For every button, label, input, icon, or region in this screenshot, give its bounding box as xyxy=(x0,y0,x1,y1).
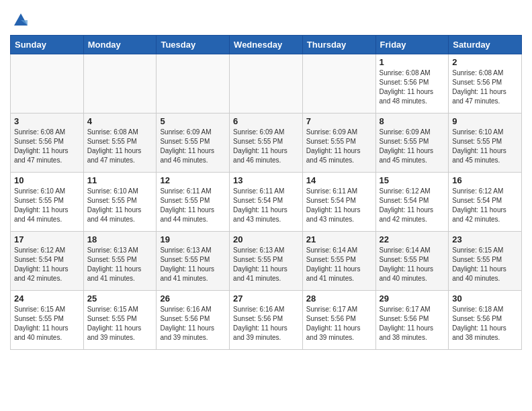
day-number: 12 xyxy=(160,175,226,185)
calendar-cell: 19Sunrise: 6:13 AM Sunset: 5:55 PM Dayli… xyxy=(157,232,230,291)
day-info: Sunrise: 6:10 AM Sunset: 5:55 PM Dayligh… xyxy=(14,187,80,224)
day-number: 23 xyxy=(452,234,518,244)
weekday-saturday: Saturday xyxy=(449,36,522,54)
weekday-thursday: Thursday xyxy=(302,36,375,54)
day-number: 18 xyxy=(87,234,153,244)
day-number: 13 xyxy=(233,175,299,185)
day-info: Sunrise: 6:13 AM Sunset: 5:55 PM Dayligh… xyxy=(160,246,226,283)
weekday-wednesday: Wednesday xyxy=(230,36,303,54)
calendar-cell: 3Sunrise: 6:08 AM Sunset: 5:56 PM Daylig… xyxy=(11,113,84,173)
day-info: Sunrise: 6:14 AM Sunset: 5:55 PM Dayligh… xyxy=(380,246,445,283)
day-number: 5 xyxy=(160,116,226,126)
calendar-cell xyxy=(230,54,303,113)
day-number: 22 xyxy=(380,234,445,244)
day-info: Sunrise: 6:11 AM Sunset: 5:55 PM Dayligh… xyxy=(160,187,226,224)
day-number: 10 xyxy=(14,175,80,185)
day-info: Sunrise: 6:17 AM Sunset: 5:56 PM Dayligh… xyxy=(306,305,372,342)
day-number: 14 xyxy=(306,175,372,185)
calendar-cell xyxy=(11,54,84,113)
calendar-cell: 14Sunrise: 6:11 AM Sunset: 5:54 PM Dayli… xyxy=(302,173,375,232)
calendar-cell xyxy=(302,54,375,113)
calendar-cell xyxy=(157,54,230,113)
weekday-monday: Monday xyxy=(83,36,157,54)
calendar-cell: 15Sunrise: 6:12 AM Sunset: 5:54 PM Dayli… xyxy=(375,173,449,232)
day-number: 3 xyxy=(14,116,80,126)
day-info: Sunrise: 6:13 AM Sunset: 5:55 PM Dayligh… xyxy=(87,246,153,283)
day-info: Sunrise: 6:12 AM Sunset: 5:54 PM Dayligh… xyxy=(452,187,518,224)
calendar-cell: 1Sunrise: 6:08 AM Sunset: 5:56 PM Daylig… xyxy=(375,54,449,113)
calendar-cell: 11Sunrise: 6:10 AM Sunset: 5:55 PM Dayli… xyxy=(83,173,157,232)
day-info: Sunrise: 6:12 AM Sunset: 5:54 PM Dayligh… xyxy=(14,246,80,283)
header xyxy=(10,7,522,30)
day-number: 15 xyxy=(380,175,445,185)
calendar-cell: 21Sunrise: 6:14 AM Sunset: 5:55 PM Dayli… xyxy=(302,232,375,291)
day-info: Sunrise: 6:17 AM Sunset: 5:56 PM Dayligh… xyxy=(380,305,445,342)
week-row-3: 17Sunrise: 6:12 AM Sunset: 5:54 PM Dayli… xyxy=(11,232,522,291)
day-number: 29 xyxy=(380,293,445,304)
day-info: Sunrise: 6:12 AM Sunset: 5:54 PM Dayligh… xyxy=(380,187,445,224)
calendar-cell xyxy=(83,54,157,113)
day-number: 24 xyxy=(14,293,80,304)
logo xyxy=(10,11,30,30)
day-number: 4 xyxy=(87,116,153,126)
day-number: 21 xyxy=(306,234,372,244)
week-row-2: 10Sunrise: 6:10 AM Sunset: 5:55 PM Dayli… xyxy=(11,173,522,232)
day-number: 16 xyxy=(452,175,518,185)
day-info: Sunrise: 6:15 AM Sunset: 5:55 PM Dayligh… xyxy=(14,305,80,342)
day-info: Sunrise: 6:11 AM Sunset: 5:54 PM Dayligh… xyxy=(233,187,299,224)
day-number: 17 xyxy=(14,234,80,244)
calendar-cell: 4Sunrise: 6:08 AM Sunset: 5:55 PM Daylig… xyxy=(83,113,157,173)
day-info: Sunrise: 6:15 AM Sunset: 5:55 PM Dayligh… xyxy=(452,246,518,283)
day-info: Sunrise: 6:09 AM Sunset: 5:55 PM Dayligh… xyxy=(233,128,299,165)
calendar-cell: 5Sunrise: 6:09 AM Sunset: 5:55 PM Daylig… xyxy=(157,113,230,173)
calendar-cell: 13Sunrise: 6:11 AM Sunset: 5:54 PM Dayli… xyxy=(230,173,303,232)
calendar-cell: 23Sunrise: 6:15 AM Sunset: 5:55 PM Dayli… xyxy=(449,232,522,291)
calendar-cell: 24Sunrise: 6:15 AM Sunset: 5:55 PM Dayli… xyxy=(11,291,84,350)
day-number: 28 xyxy=(306,293,372,304)
calendar-cell: 20Sunrise: 6:13 AM Sunset: 5:55 PM Dayli… xyxy=(230,232,303,291)
week-row-1: 3Sunrise: 6:08 AM Sunset: 5:56 PM Daylig… xyxy=(11,113,522,173)
calendar-cell: 10Sunrise: 6:10 AM Sunset: 5:55 PM Dayli… xyxy=(11,173,84,232)
day-info: Sunrise: 6:18 AM Sunset: 5:56 PM Dayligh… xyxy=(452,305,518,342)
calendar-cell: 8Sunrise: 6:09 AM Sunset: 5:55 PM Daylig… xyxy=(375,113,449,173)
day-number: 2 xyxy=(452,57,518,67)
weekday-sunday: Sunday xyxy=(11,36,84,54)
week-row-0: 1Sunrise: 6:08 AM Sunset: 5:56 PM Daylig… xyxy=(11,54,522,113)
day-info: Sunrise: 6:08 AM Sunset: 5:56 PM Dayligh… xyxy=(452,68,518,106)
calendar-cell: 12Sunrise: 6:11 AM Sunset: 5:55 PM Dayli… xyxy=(157,173,230,232)
calendar-cell: 7Sunrise: 6:09 AM Sunset: 5:55 PM Daylig… xyxy=(302,113,375,173)
calendar-cell: 16Sunrise: 6:12 AM Sunset: 5:54 PM Dayli… xyxy=(449,173,522,232)
day-number: 6 xyxy=(233,116,299,126)
day-info: Sunrise: 6:08 AM Sunset: 5:56 PM Dayligh… xyxy=(380,68,445,106)
day-info: Sunrise: 6:14 AM Sunset: 5:55 PM Dayligh… xyxy=(306,246,372,283)
calendar-cell: 17Sunrise: 6:12 AM Sunset: 5:54 PM Dayli… xyxy=(11,232,84,291)
day-info: Sunrise: 6:11 AM Sunset: 5:54 PM Dayligh… xyxy=(306,187,372,224)
calendar-cell: 30Sunrise: 6:18 AM Sunset: 5:56 PM Dayli… xyxy=(449,291,522,350)
day-info: Sunrise: 6:10 AM Sunset: 5:55 PM Dayligh… xyxy=(452,128,518,165)
day-number: 25 xyxy=(87,293,153,304)
day-info: Sunrise: 6:08 AM Sunset: 5:56 PM Dayligh… xyxy=(14,128,80,165)
logo-icon xyxy=(11,11,30,30)
weekday-header-row: SundayMondayTuesdayWednesdayThursdayFrid… xyxy=(11,36,522,54)
day-number: 20 xyxy=(233,234,299,244)
day-info: Sunrise: 6:09 AM Sunset: 5:55 PM Dayligh… xyxy=(160,128,226,165)
day-info: Sunrise: 6:15 AM Sunset: 5:55 PM Dayligh… xyxy=(87,305,153,342)
day-info: Sunrise: 6:13 AM Sunset: 5:55 PM Dayligh… xyxy=(233,246,299,283)
day-info: Sunrise: 6:09 AM Sunset: 5:55 PM Dayligh… xyxy=(306,128,372,165)
calendar-cell: 9Sunrise: 6:10 AM Sunset: 5:55 PM Daylig… xyxy=(449,113,522,173)
day-info: Sunrise: 6:16 AM Sunset: 5:56 PM Dayligh… xyxy=(233,305,299,342)
calendar-table: SundayMondayTuesdayWednesdayThursdayFrid… xyxy=(10,35,522,350)
day-info: Sunrise: 6:09 AM Sunset: 5:55 PM Dayligh… xyxy=(380,128,445,165)
calendar-cell: 29Sunrise: 6:17 AM Sunset: 5:56 PM Dayli… xyxy=(375,291,449,350)
day-number: 19 xyxy=(160,234,226,244)
day-info: Sunrise: 6:16 AM Sunset: 5:56 PM Dayligh… xyxy=(160,305,226,342)
day-number: 27 xyxy=(233,293,299,304)
day-number: 11 xyxy=(87,175,153,185)
weekday-tuesday: Tuesday xyxy=(157,36,230,54)
calendar-cell: 27Sunrise: 6:16 AM Sunset: 5:56 PM Dayli… xyxy=(230,291,303,350)
calendar-cell: 25Sunrise: 6:15 AM Sunset: 5:55 PM Dayli… xyxy=(83,291,157,350)
calendar-cell: 22Sunrise: 6:14 AM Sunset: 5:55 PM Dayli… xyxy=(375,232,449,291)
page: SundayMondayTuesdayWednesdayThursdayFrid… xyxy=(0,0,532,360)
day-number: 30 xyxy=(452,293,518,304)
day-number: 9 xyxy=(452,116,518,126)
